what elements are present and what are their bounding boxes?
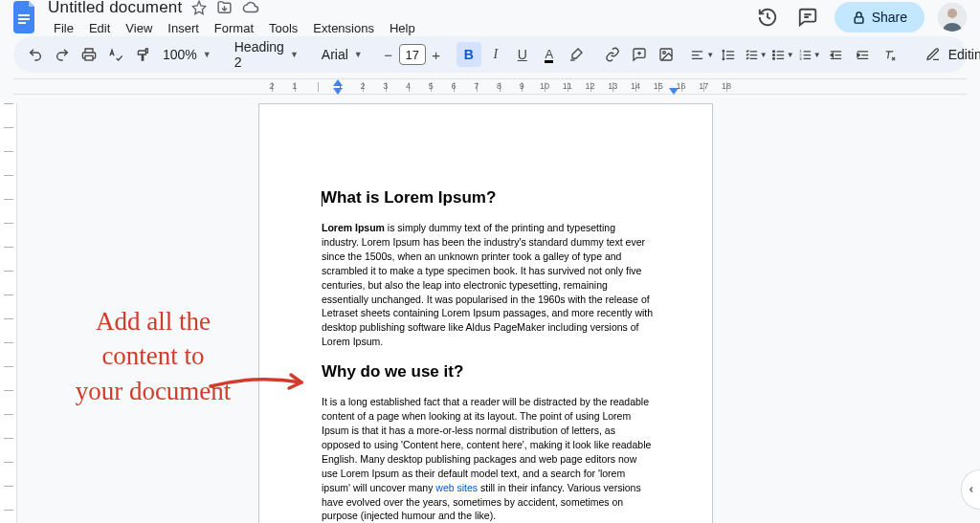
decrease-indent-button[interactable] bbox=[824, 42, 849, 67]
document-title[interactable]: Untitled document bbox=[48, 0, 182, 17]
heading-2[interactable]: Why do we use it? bbox=[322, 362, 655, 381]
spellcheck-button[interactable] bbox=[103, 42, 128, 67]
share-button[interactable]: Share bbox=[835, 2, 924, 33]
decrease-font-size-button[interactable]: − bbox=[380, 44, 397, 65]
underline-button[interactable]: U bbox=[510, 42, 535, 67]
highlight-color-button[interactable] bbox=[564, 42, 589, 67]
account-avatar[interactable] bbox=[938, 3, 967, 32]
insert-comment-button[interactable] bbox=[627, 42, 652, 67]
svg-point-9 bbox=[772, 50, 774, 52]
paragraph-2[interactable]: It is a long established fact that a rea… bbox=[322, 395, 655, 523]
svg-rect-0 bbox=[18, 14, 30, 16]
svg-text:3: 3 bbox=[799, 55, 802, 60]
font-size-input[interactable] bbox=[399, 44, 426, 65]
checklist-button[interactable]: ▼ bbox=[744, 42, 768, 67]
numbered-list-button[interactable]: 123▼ bbox=[797, 42, 822, 67]
svg-rect-1 bbox=[18, 18, 30, 20]
history-icon[interactable] bbox=[754, 4, 781, 31]
menu-help[interactable]: Help bbox=[384, 19, 421, 37]
redo-button[interactable] bbox=[50, 42, 75, 67]
horizontal-ruler[interactable]: 21123456789101112131415161718 bbox=[13, 78, 967, 95]
cloud-status-icon[interactable] bbox=[242, 0, 259, 16]
menu-tools[interactable]: Tools bbox=[263, 19, 303, 37]
insert-image-button[interactable] bbox=[654, 42, 679, 67]
bold-button[interactable]: B bbox=[457, 42, 481, 67]
vertical-ruler[interactable] bbox=[0, 103, 17, 523]
align-button[interactable]: ▼ bbox=[690, 42, 715, 67]
mode-select[interactable]: Editing ▼ bbox=[916, 47, 980, 62]
svg-rect-6 bbox=[85, 55, 93, 60]
line-spacing-button[interactable] bbox=[717, 42, 742, 67]
instruction-annotation: Add all the content to your document bbox=[38, 304, 268, 408]
paragraph-style-select[interactable]: Heading 2▼ bbox=[229, 42, 304, 67]
document-page[interactable]: What is Lorem Ipsum? Lorem Ipsum is simp… bbox=[258, 103, 713, 523]
toolbar: 100%▼ Heading 2▼ Arial▼ − + B I U A ▼ ▼ … bbox=[13, 36, 967, 73]
menu-file[interactable]: File bbox=[48, 19, 79, 37]
menu-edit[interactable]: Edit bbox=[83, 19, 116, 37]
bulleted-list-button[interactable]: ▼ bbox=[770, 42, 795, 67]
share-label: Share bbox=[872, 10, 907, 25]
heading-1[interactable]: What is Lorem Ipsum? bbox=[322, 188, 655, 207]
menu-view[interactable]: View bbox=[120, 19, 158, 37]
font-select[interactable]: Arial▼ bbox=[316, 42, 368, 67]
insert-link-button[interactable] bbox=[600, 42, 625, 67]
paint-format-button[interactable] bbox=[130, 42, 155, 67]
docs-logo-icon[interactable] bbox=[13, 1, 38, 33]
svg-point-11 bbox=[772, 57, 774, 59]
star-icon[interactable] bbox=[191, 0, 207, 15]
increase-indent-button[interactable] bbox=[851, 42, 876, 67]
text-color-button[interactable]: A bbox=[537, 42, 562, 67]
svg-point-8 bbox=[662, 52, 665, 54]
menu-insert[interactable]: Insert bbox=[162, 19, 205, 37]
comments-icon[interactable] bbox=[794, 4, 821, 31]
move-icon[interactable] bbox=[216, 0, 233, 15]
italic-button[interactable]: I bbox=[483, 42, 508, 67]
zoom-select[interactable]: 100%▼ bbox=[157, 42, 217, 67]
menu-extensions[interactable]: Extensions bbox=[307, 19, 380, 37]
menu-format[interactable]: Format bbox=[209, 19, 259, 37]
svg-point-10 bbox=[772, 54, 774, 55]
svg-rect-3 bbox=[855, 16, 863, 22]
svg-point-5 bbox=[947, 9, 957, 18]
print-button[interactable] bbox=[77, 42, 101, 67]
svg-rect-2 bbox=[18, 22, 26, 24]
undo-button[interactable] bbox=[23, 42, 48, 67]
increase-font-size-button[interactable]: + bbox=[428, 44, 445, 65]
clear-formatting-button[interactable] bbox=[878, 42, 902, 67]
side-panel-toggle[interactable] bbox=[961, 469, 980, 510]
paragraph-1[interactable]: Lorem Ipsum is simply dummy text of the … bbox=[322, 221, 655, 349]
